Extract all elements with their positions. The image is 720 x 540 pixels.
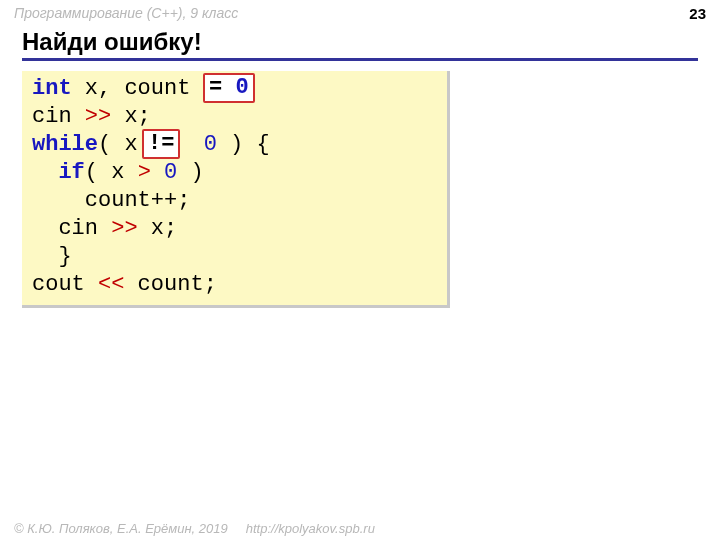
op-insert: << — [98, 272, 124, 297]
footer-url: http://kpolyakov.spb.ru — [246, 521, 375, 536]
keyword-int: int — [32, 76, 72, 101]
op-extract: >> — [85, 104, 111, 129]
slide-footer: © К.Ю. Поляков, Е.А. Ерёмин, 2019 http:/… — [0, 516, 720, 540]
code-line-8: cout << count; — [32, 271, 437, 299]
page-number: 23 — [689, 5, 706, 22]
correction-init-zero: = 0 — [203, 73, 255, 103]
slide-header: Программирование (C++), 9 класс 23 — [0, 0, 720, 26]
code-line-7: } — [32, 243, 437, 271]
course-label: Программирование (C++), 9 класс — [14, 5, 238, 21]
slide-title: Найди ошибку! — [22, 28, 698, 56]
correction-not-equal: != — [142, 129, 180, 159]
code-line-2: cin >> x; — [32, 103, 437, 131]
keyword-if: if — [58, 160, 84, 185]
copyright-text: © К.Ю. Поляков, Е.А. Ерёмин, 2019 — [14, 521, 228, 536]
code-line-5: count++; — [32, 187, 437, 215]
keyword-while: while — [32, 132, 98, 157]
op-extract: >> — [111, 216, 137, 241]
title-block: Найди ошибку! — [0, 26, 720, 65]
code-line-4: if( x > 0 ) — [32, 159, 437, 187]
title-underline — [22, 58, 698, 61]
code-line-3: while( x != 0 ) { — [32, 131, 437, 159]
op-gt: > — [138, 160, 151, 185]
code-box: int x, count ; cin >> x; while( x != 0 )… — [22, 71, 450, 308]
code-line-6: cin >> x; — [32, 215, 437, 243]
